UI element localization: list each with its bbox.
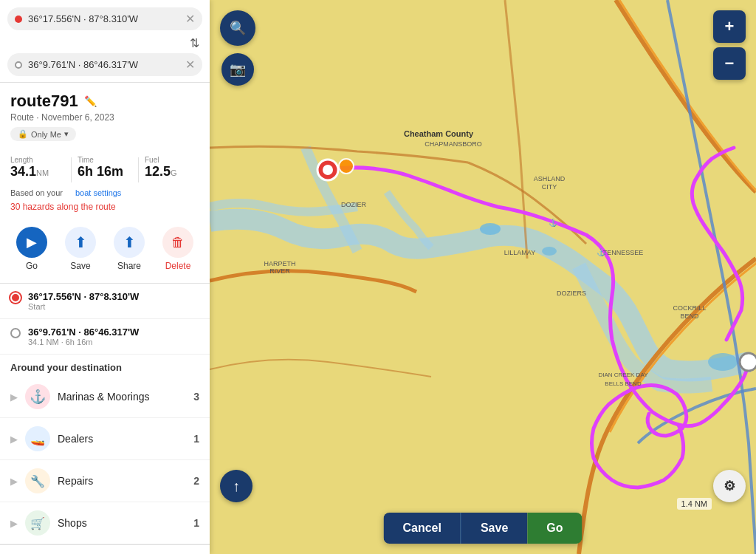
delete-button[interactable]: 🗑 Delete — [157, 224, 199, 274]
map-search-button[interactable]: 🔍 — [220, 10, 255, 46]
route-title: route791 — [10, 92, 78, 111]
category-shops[interactable]: ▶ 🛒 Shops 1 — [0, 502, 210, 544]
search-bar-1[interactable]: ✕ — [7, 7, 202, 30]
svg-point-5 — [323, 165, 333, 175]
category-dealers[interactable]: ▶ 🚤 Dealers 1 — [0, 418, 210, 460]
stat-fuel: Fuel 12.5G — [145, 156, 199, 179]
warning-section: Not to be used in hazardous waters A rou… — [0, 544, 210, 554]
chevron-marinas-icon: ▶ — [10, 391, 18, 403]
svg-text:Cheatham County: Cheatham County — [404, 129, 474, 138]
repairs-count: 2 — [193, 475, 199, 487]
end-meta: 34.1 NM · 6h 16m — [28, 338, 139, 346]
search-area: ✕ ⇅ ✕ — [0, 0, 210, 82]
stat-time: Time 6h 16m — [78, 156, 132, 179]
delete-label: Delete — [165, 261, 191, 271]
marinas-icon: ⚓ — [25, 384, 50, 409]
svg-text:BEND: BEND — [680, 312, 699, 320]
repairs-icon: 🔧 — [25, 468, 50, 493]
time-value: 6h 16m — [78, 164, 132, 179]
privacy-label: Only Me — [31, 130, 61, 139]
svg-text:BELLS BEND: BELLS BEND — [605, 380, 642, 387]
go-button[interactable]: ▶ Go — [10, 224, 53, 274]
go-label: Go — [26, 261, 38, 271]
around-destination-header: Around your destination — [0, 355, 210, 376]
svg-text:⚓: ⚓ — [549, 218, 558, 228]
svg-text:⚓: ⚓ — [597, 247, 606, 257]
svg-point-1 — [480, 223, 501, 235]
svg-text:ASHLAND: ASHLAND — [534, 175, 566, 182]
search-bar-2[interactable]: ✕ — [7, 53, 202, 76]
privacy-badge[interactable]: 🔒 Only Me ▾ — [10, 127, 76, 141]
svg-text:RIVER: RIVER — [269, 267, 290, 275]
compass-button[interactable]: ↑ — [220, 470, 252, 502]
start-coords: 36°17.556'N · 87°8.310'W — [28, 291, 139, 302]
delete-icon: 🗑 — [162, 227, 193, 258]
route-info: route791 ✏️ Route · November 6, 2023 🔒 O… — [0, 82, 210, 147]
end-dot — [10, 328, 21, 338]
clear-search-2-icon[interactable]: ✕ — [185, 58, 195, 72]
svg-point-3 — [708, 353, 738, 371]
dealers-label: Dealers — [58, 433, 193, 445]
save-button[interactable]: ⬆ Save — [59, 224, 102, 274]
cancel-button[interactable]: Cancel — [383, 513, 460, 544]
save-label: Save — [70, 261, 90, 271]
zoom-out-button[interactable]: − — [713, 47, 746, 80]
stats-row: Length 34.1NM Time 6h 16m Fuel 12.5G — [0, 156, 210, 182]
shops-count: 1 — [193, 517, 199, 529]
waypoint-end[interactable]: 36°9.761'N · 86°46.317'W 34.1 NM · 6h 16… — [0, 319, 210, 355]
svg-text:DOZIERS: DOZIERS — [557, 290, 586, 297]
svg-text:CITY: CITY — [542, 183, 557, 191]
stat-length: Length 34.1NM — [10, 156, 65, 179]
svg-point-7 — [740, 353, 756, 371]
hazards-text: 30 hazards along the route — [0, 200, 210, 218]
chevron-repairs-icon: ▶ — [10, 476, 18, 487]
svg-text:DIAN CREEK DAY: DIAN CREEK DAY — [599, 372, 649, 378]
search-input-2[interactable] — [28, 59, 185, 70]
share-button[interactable]: ⬆ Share — [108, 224, 151, 274]
category-marinas[interactable]: ▶ ⚓ Marinas & Moorings 3 — [0, 376, 210, 418]
edit-icon[interactable]: ✏️ — [84, 95, 97, 107]
map-save-button[interactable]: Save — [461, 513, 527, 544]
svg-point-2 — [542, 247, 557, 256]
chevron-shops-icon: ▶ — [10, 518, 18, 529]
zoom-in-button[interactable]: + — [713, 10, 746, 43]
length-label: Length — [10, 156, 65, 164]
action-buttons: ▶ Go ⬆ Save ⬆ Share 🗑 Delete — [0, 218, 210, 284]
dealers-count: 1 — [193, 433, 199, 445]
map-camera-button[interactable]: 📷 — [221, 53, 254, 86]
stat-divider-2 — [138, 157, 139, 182]
scale-indicator: 1.4 NM — [677, 498, 712, 510]
start-dot — [10, 293, 21, 303]
shops-label: Shops — [58, 517, 193, 529]
start-label: Start — [28, 302, 139, 311]
fuel-value: 12.5G — [145, 164, 199, 179]
time-label: Time — [78, 156, 132, 164]
shops-icon: 🛒 — [25, 510, 50, 536]
swap-icon[interactable]: ⇅ — [7, 36, 202, 50]
save-icon: ⬆ — [65, 227, 96, 258]
svg-text:HARPETH: HARPETH — [264, 260, 295, 267]
share-label: Share — [117, 261, 141, 271]
length-value: 34.1NM — [10, 164, 65, 179]
stat-divider-1 — [71, 157, 72, 182]
boat-settings-link[interactable]: boat settings — [65, 188, 131, 197]
search-dot-2-icon — [15, 61, 22, 69]
end-coords: 36°9.761'N · 86°46.317'W — [28, 326, 139, 338]
svg-text:COCKRILL: COCKRILL — [673, 304, 706, 312]
fuel-label: Fuel — [145, 156, 199, 164]
repairs-label: Repairs — [58, 475, 193, 487]
waypoint-start[interactable]: 36°17.556'N · 87°8.310'W Start — [0, 284, 210, 319]
dealers-icon: 🚤 — [25, 426, 50, 451]
category-repairs[interactable]: ▶ 🔧 Repairs 2 — [0, 460, 210, 502]
search-input-1[interactable] — [28, 13, 185, 24]
lock-icon: 🔒 — [18, 129, 28, 139]
search-dot-icon — [15, 16, 22, 23]
accessibility-button[interactable]: ⚙ — [713, 470, 746, 502]
svg-text:DOZIER: DOZIER — [341, 201, 367, 208]
map-go-button[interactable]: Go — [527, 513, 582, 544]
clear-search-1-icon[interactable]: ✕ — [185, 12, 195, 26]
sidebar: ✕ ⇅ ✕ route791 ✏️ Route · November 6, 20… — [0, 0, 210, 554]
svg-text:TENNESSEE: TENNESSEE — [603, 249, 644, 256]
route-subtitle: Route · November 6, 2023 — [10, 112, 199, 123]
chevron-dealers-icon: ▶ — [10, 434, 18, 445]
